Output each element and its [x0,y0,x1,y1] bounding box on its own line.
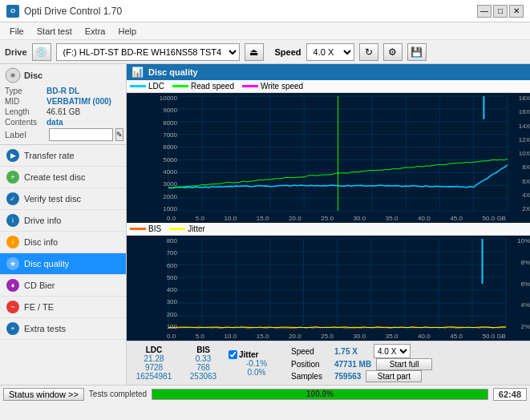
start-full-button[interactable]: Start full [376,358,432,370]
save-button[interactable]: 💾 [407,43,427,61]
app-title: Opti Drive Control 1.70 [24,6,122,17]
bottom-y-axis-left: 800700600500400300200100 [149,236,177,332]
cd-bier-label: CD Bier [24,281,55,290]
cd-bier-icon: ♦ [6,279,19,292]
label-label: Label [5,130,47,139]
disc-title: Disc [24,71,42,80]
top-y-axis-right: 18X16X14X12X10X8X6X4X2X [510,93,530,214]
jitter-checkbox[interactable] [229,350,237,359]
legend-ldc: LDC [130,82,164,91]
top-chart: 1000090008000700060005000400030002000100… [127,93,530,214]
ldc-header: LDC [130,345,178,354]
type-label: Type [5,87,47,95]
legend-read-speed: Read speed [172,82,234,91]
sidebar-item-extra-tests[interactable]: + Extra tests [0,318,126,340]
disc-info-icon: i [6,236,19,248]
chart-area: 📊 Disc quality LDC Read speed Write spee… [127,64,530,385]
bis-total: 253063 [181,372,225,381]
menubar: File Start test Extra Help [0,22,530,40]
menu-help[interactable]: Help [111,25,143,38]
samples-row: Samples 759563 Start part [291,370,432,382]
legend-jitter: Jitter [169,224,205,233]
bis-color [130,228,146,230]
contents-value: data [47,118,63,127]
refresh-button[interactable]: ↻ [359,43,378,61]
bis-max: 768 [181,363,225,372]
ldc-total: 16254981 [130,372,178,381]
bottom-x-axis: 0.05.010.015.020.025.030.035.040.045.050… [127,332,530,341]
sidebar-item-drive-info[interactable]: i Drive info [0,210,126,232]
sidebar-item-cd-bier[interactable]: ♦ CD Bier [0,275,126,297]
read-speed-label: Read speed [191,82,234,91]
toolbar: Drive 💿 (F:) HL-DT-ST BD-RE WH16NS58 TST… [0,40,530,64]
drive-icon-button[interactable]: 💿 [32,43,51,61]
transfer-rate-icon: ▶ [6,149,19,162]
sidebar-item-transfer-rate[interactable]: ▶ Transfer rate [0,145,126,167]
stats-bis: BIS 0.33 768 253063 [181,345,225,381]
stats-ldc: LDC 21.28 9728 16254981 [130,345,178,381]
verify-test-disc-label: Verify test disc [24,194,81,204]
sidebar: Disc Type BD-R DL MID VERBATIMf (000) Le… [0,64,127,385]
position-value: 47731 MB [334,360,371,369]
main-content: Disc Type BD-R DL MID VERBATIMf (000) Le… [0,64,530,385]
menu-starttest[interactable]: Start test [30,25,79,38]
status-window-button[interactable]: Status window >> [3,388,84,401]
bottom-chart: 800700600500400300200100 10%8%6%4%2% [127,236,530,332]
length-label: Length [5,107,47,116]
progress-bar-container: 100.0% [152,389,488,400]
type-value: BD-R DL [47,87,79,95]
bottom-legend: BIS Jitter [127,223,530,236]
sidebar-item-disc-info[interactable]: i Disc info [0,232,126,253]
drive-label: Drive [5,47,27,57]
speed-label: Speed [275,47,301,57]
status-text: Tests completed [89,390,147,398]
chart-header: 📊 Disc quality [127,64,530,80]
menu-extra[interactable]: Extra [79,25,112,38]
position-label: Position [291,360,331,369]
create-test-disc-icon: + [6,171,19,184]
read-speed-color [172,85,188,87]
menu-file[interactable]: File [3,25,30,38]
extra-tests-label: Extra tests [24,324,66,333]
titlebar: O Opti Drive Control 1.70 — □ ✕ [0,0,530,22]
stats-jitter: Jitter -0.1% 0.0% [229,350,285,377]
sidebar-item-verify-test-disc[interactable]: ✓ Verify test disc [0,188,126,210]
samples-label: Samples [291,372,331,381]
eject-button[interactable]: ⏏ [245,43,264,61]
drive-select[interactable]: (F:) HL-DT-ST BD-RE WH16NS58 TST4 [56,43,240,61]
speed-stat-value: 1.75 X [334,347,370,356]
mid-value: VERBATIMf (000) [47,97,111,106]
extra-tests-icon: + [6,322,19,335]
disc-icon [5,67,21,83]
legend-bis: BIS [130,224,161,233]
label-edit-button[interactable]: ✎ [115,128,123,141]
top-chart-canvas [127,93,530,214]
top-x-axis: 0.05.010.015.020.025.030.035.040.045.050… [127,214,530,223]
bis-header: BIS [181,345,225,354]
speed-stat-label: Speed [291,347,331,356]
label-input[interactable] [49,128,113,141]
ldc-max: 9728 [130,363,178,372]
drive-info-icon: i [6,214,19,227]
speed-select[interactable]: 4.0 X [306,43,354,61]
ldc-avg: 21.28 [130,354,178,363]
chart-header-icon: 📊 [131,67,144,78]
stats-area: LDC 21.28 9728 16254981 BIS 0.33 768 253… [127,341,530,385]
maximize-button[interactable]: □ [493,5,508,18]
settings-button[interactable]: ⚙ [383,43,403,61]
drive-info-label: Drive info [24,216,61,225]
titlebar-left: O Opti Drive Control 1.70 [6,5,122,18]
titlebar-controls: — □ ✕ [477,5,524,18]
fe-te-icon: ~ [6,301,19,313]
bottom-y-axis-right: 10%8%6%4%2% [508,236,530,332]
sidebar-item-create-test-disc[interactable]: + Create test disc [0,167,126,188]
create-test-disc-label: Create test disc [24,172,85,182]
close-button[interactable]: ✕ [509,5,524,18]
svg-point-2 [12,75,14,77]
speed-stat-select[interactable]: 4.0 X [374,344,411,358]
bis-avg: 0.33 [181,354,225,363]
minimize-button[interactable]: — [477,5,492,18]
sidebar-item-fe-te[interactable]: ~ FE / TE [0,297,126,318]
start-part-button[interactable]: Start part [366,370,422,382]
sidebar-item-disc-quality[interactable]: ★ Disc quality [0,253,126,275]
